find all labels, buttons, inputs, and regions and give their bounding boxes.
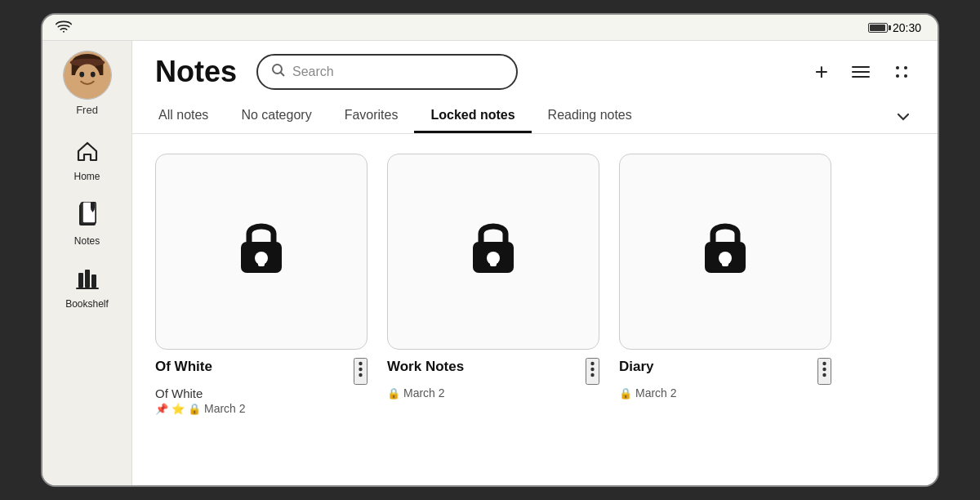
note-menu-2[interactable] (586, 358, 599, 385)
content-area: Notes Search + (132, 41, 938, 485)
status-bar: 20:30 (42, 15, 938, 41)
svg-point-24 (904, 66, 907, 69)
svg-point-42 (822, 368, 826, 371)
note-info-2: Work Notes 🔒 March 2 (387, 358, 599, 400)
note-thumbnail-3[interactable] (619, 154, 831, 350)
lock-icon-1 (233, 214, 290, 290)
note-info-1: Of White Of White 📌 (155, 358, 368, 415)
page-title: Notes (155, 55, 237, 89)
svg-point-6 (79, 72, 84, 78)
note-title-row-1: Of White (155, 358, 368, 385)
notes-label: Notes (74, 235, 100, 247)
wifi-icon (56, 20, 72, 35)
svg-point-7 (90, 72, 95, 78)
note-date-2: March 2 (403, 386, 445, 400)
lock-meta-icon-1: 🔒 (188, 403, 201, 415)
svg-point-5 (74, 64, 100, 92)
lock-meta-icon-2: 🔒 (387, 387, 400, 400)
tab-no-category[interactable]: No category (225, 100, 327, 133)
note-title-row-2: Work Notes (387, 358, 599, 385)
search-placeholder: Search (292, 65, 334, 79)
note-title-3: Diary (619, 358, 654, 376)
list-view-button[interactable] (848, 60, 874, 83)
note-card-2: Work Notes 🔒 March 2 (387, 154, 599, 466)
status-right: 20:30 (868, 21, 921, 34)
svg-rect-28 (258, 258, 265, 266)
device-frame: 20:30 (41, 13, 939, 487)
note-thumbnail-1[interactable] (155, 154, 368, 350)
bookshelf-label: Bookshelf (65, 298, 109, 310)
svg-point-43 (822, 373, 826, 377)
svg-line-18 (281, 72, 285, 76)
note-title-1: Of White (155, 358, 212, 376)
tabs-expand-button[interactable] (892, 102, 915, 132)
note-card-1: Of White Of White 📌 (155, 154, 368, 466)
svg-point-36 (590, 368, 594, 371)
lock-icon-2 (465, 214, 522, 290)
svg-point-25 (904, 74, 907, 78)
user-name: Fred (76, 104, 98, 116)
svg-point-17 (273, 65, 282, 74)
battery-icon (868, 23, 888, 33)
note-meta-2: 🔒 March 2 (387, 386, 599, 400)
note-title-2: Work Notes (387, 358, 464, 376)
main-layout: Fred Home (42, 41, 938, 485)
sidebar-item-notes[interactable]: Notes (51, 194, 123, 255)
note-meta-3: 🔒 March 2 (619, 386, 831, 400)
svg-point-23 (896, 74, 899, 78)
note-menu-1[interactable] (354, 358, 368, 385)
tab-locked-notes[interactable]: Locked notes (414, 100, 531, 133)
note-subtitle-1: Of White (155, 386, 368, 400)
svg-rect-13 (78, 273, 83, 288)
note-thumbnail-2[interactable] (387, 154, 599, 350)
search-icon (271, 63, 286, 82)
home-label: Home (74, 171, 100, 182)
add-button[interactable]: + (812, 56, 831, 88)
svg-point-22 (896, 66, 899, 69)
note-meta-1: 📌 ⭐ 🔒 March 2 (155, 402, 368, 415)
time-display: 20:30 (893, 21, 921, 34)
header-top: Notes Search + (155, 54, 915, 90)
tabs-row: All notes No category Favorites Locked n… (155, 100, 915, 133)
bookshelf-icon (76, 266, 99, 295)
notes-grid: Of White Of White 📌 (132, 134, 938, 485)
note-info-3: Diary 🔒 March 2 (619, 358, 831, 400)
avatar[interactable] (63, 51, 112, 100)
svg-rect-15 (91, 275, 96, 288)
svg-point-31 (359, 373, 362, 377)
tab-all-notes[interactable]: All notes (155, 100, 225, 133)
tab-reading-notes[interactable]: Reading notes (532, 100, 648, 133)
lock-meta-icon-3: 🔒 (619, 387, 632, 400)
svg-rect-11 (91, 202, 95, 209)
lock-icon-3 (697, 214, 754, 290)
avatar-container: Fred (63, 51, 112, 116)
sidebar-item-bookshelf[interactable]: Bookshelf (51, 258, 123, 318)
svg-point-30 (359, 368, 362, 371)
sidebar: Fred Home (42, 41, 132, 485)
note-date-3: March 2 (635, 386, 677, 400)
more-options-button[interactable] (890, 60, 915, 83)
svg-point-0 (63, 31, 65, 33)
battery (868, 23, 888, 33)
svg-point-41 (822, 362, 826, 365)
note-menu-3[interactable] (817, 358, 831, 385)
svg-point-37 (590, 373, 594, 377)
svg-rect-34 (490, 258, 497, 266)
home-icon (76, 141, 99, 167)
search-bar[interactable]: Search (256, 54, 518, 90)
svg-point-35 (590, 362, 594, 365)
header-actions: + (812, 56, 915, 88)
tab-favorites[interactable]: Favorites (328, 100, 415, 133)
svg-point-29 (359, 362, 362, 365)
note-date-1: March 2 (204, 402, 246, 415)
content-header: Notes Search + (132, 41, 938, 134)
note-title-row-3: Diary (619, 358, 831, 385)
notes-icon (76, 202, 99, 232)
star-icon-1: ⭐ (172, 403, 185, 415)
pin-icon-1: 📌 (155, 403, 168, 415)
note-card-3: Diary 🔒 March 2 (619, 154, 831, 466)
svg-rect-40 (722, 258, 728, 266)
sidebar-item-home[interactable]: Home (51, 132, 123, 190)
svg-rect-14 (85, 270, 90, 288)
